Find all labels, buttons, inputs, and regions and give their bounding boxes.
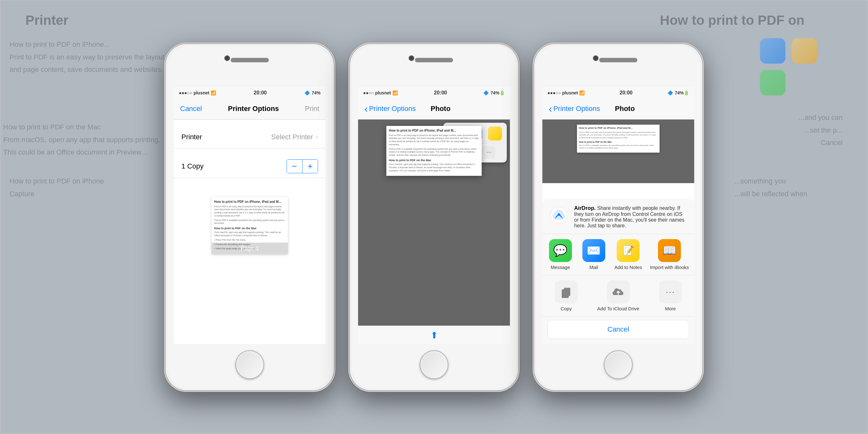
- phone1-home-button[interactable]: [236, 350, 264, 379]
- phone3-nav-bar: Printer Options Photo: [542, 98, 694, 120]
- phone3-message-label: Message: [551, 264, 570, 270]
- phone2-nav-bar: Printer Options Photo: [358, 98, 510, 120]
- phone3-home-button[interactable]: [604, 350, 632, 379]
- phone2-share-button[interactable]: ⬆: [431, 330, 438, 341]
- phone3-airdrop-title: AirDrop.: [574, 205, 596, 211]
- phone3-app-notes[interactable]: 📝 Add to Notes: [615, 239, 642, 270]
- phone3-apps-row: 💬 Message ✉️ Mail: [542, 234, 694, 276]
- phone1-camera: [224, 55, 230, 61]
- phone3-mail-icon: ✉️: [582, 239, 605, 262]
- phone3-actions-row: Copy Add To iCloud Drive: [542, 276, 694, 317]
- phone3-message-icon: 💬: [549, 239, 572, 262]
- phone1-status-right: 🔷 74%: [304, 90, 320, 95]
- phone3-airdrop-section: AirDrop. Share instantly with people nea…: [542, 199, 694, 234]
- phone3-battery: 74%🔋: [675, 90, 689, 95]
- phone2-mini-notes: [488, 126, 502, 141]
- phone3-back-button[interactable]: Printer Options: [549, 104, 600, 114]
- phone3-time: 20:00: [620, 90, 632, 96]
- phone3-airdrop-info: AirDrop. Share instantly with people nea…: [549, 205, 688, 229]
- phone1-copy-section: 1 Copy − +: [174, 155, 326, 178]
- phone3-mail-label: Mail: [589, 264, 598, 270]
- phone3-share-sheet: AirDrop. Share instantly with people nea…: [542, 199, 694, 344]
- phone3-airdrop-text-block: AirDrop. Share instantly with people nea…: [574, 205, 688, 229]
- phone2-battery: 74%🔋: [491, 90, 505, 95]
- phone2-status-bar: ●●○○ plusnet 📶 20:00 🔷 74%🔋: [358, 87, 510, 98]
- phone3-ibooks-label: Import with iBooks: [650, 264, 689, 270]
- phone2-nav-title: Photo: [431, 105, 451, 113]
- phone3-airdrop-logo: [549, 205, 569, 225]
- phone3-bt-icon: 🔷: [668, 90, 673, 95]
- phone3-copy-label: Copy: [560, 306, 571, 311]
- phone3-ibooks-icon: 📖: [658, 239, 681, 262]
- phone1-printer-row[interactable]: Printer Select Printer: [174, 126, 326, 148]
- svg-rect-4: [562, 290, 568, 298]
- phone1-time: 20:00: [254, 90, 267, 96]
- phone3-action-more[interactable]: ··· More: [659, 281, 682, 311]
- phone1-page-number: Page 1: [241, 245, 259, 252]
- phone1-minus-button[interactable]: −: [287, 160, 302, 173]
- phone1-printer-label: Printer: [181, 133, 202, 141]
- phone2-status-left: ●●○○ plusnet 📶: [363, 90, 398, 95]
- phone2-camera: [409, 55, 414, 61]
- phone1-nav-title: Printer Options: [228, 105, 279, 113]
- phone2-doc-title: How to print to PDF on iPhone, iPad and …: [389, 128, 479, 133]
- phone1-printer-section: Printer Select Printer: [174, 126, 326, 148]
- phone2-speaker: [415, 58, 453, 62]
- phone3-notes-label: Add to Notes: [615, 264, 642, 270]
- phone3-photo-bg: How to print to PDF on iPhone, iPad and …: [542, 120, 694, 183]
- phones-container: ●●●○○ plusnet 📶 20:00 🔷 74% Cancel Print…: [0, 0, 868, 434]
- phone2-doc-p1: Print to PDF is an easy way to preserve …: [389, 134, 479, 146]
- phone3-notes-icon: 📝: [617, 239, 640, 262]
- phone3-action-icloud[interactable]: Add To iCloud Drive: [597, 281, 639, 311]
- phone1-bt-icon: 🔷: [304, 90, 310, 95]
- phone1-nav-bar: Cancel Printer Options Print: [174, 98, 326, 120]
- phone2-home-button[interactable]: [420, 350, 448, 379]
- phone3-action-copy[interactable]: Copy: [555, 281, 578, 311]
- phone2-bottom-toolbar: ⬆: [358, 325, 510, 344]
- phone3-carrier: ●●●○○ plusnet: [548, 90, 578, 95]
- phone2-doc-content: How to print to PDF on iPhone, iPad and …: [386, 126, 482, 176]
- phone3-icloud-label: Add To iCloud Drive: [597, 306, 639, 311]
- phone3-app-ibooks[interactable]: 📖 Import with iBooks: [650, 239, 689, 270]
- phone3-more-icon: ···: [659, 281, 682, 303]
- phone3-camera: [593, 55, 598, 61]
- phone1-print-button[interactable]: Print: [305, 105, 319, 113]
- phone2-status-right: 🔷 74%🔋: [483, 90, 505, 95]
- phone3-doc-bg-preview: How to print to PDF on iPhone, iPad and …: [577, 125, 659, 153]
- phone1-wifi-icon: 📶: [211, 90, 216, 95]
- phone1-preview-area: How to print to PDF on iPhone, iPad and …: [174, 187, 326, 264]
- phone1-plus-button[interactable]: +: [303, 160, 318, 173]
- phone2-doc-p3: From macOS, open any app that supports p…: [389, 163, 479, 172]
- phone3-nav-title: Photo: [615, 105, 635, 113]
- phone3-status-bar: ●●●○○ plusnet 📶 20:00 🔷 74%🔋: [542, 87, 694, 98]
- phone1-carrier: ●●●○○ plusnet: [179, 90, 209, 95]
- phone2-time: 20:00: [434, 90, 447, 96]
- phone2-photo-area: How to print to PDF on iPhone, iPad and …: [358, 120, 510, 325]
- phone1-status-bar: ●●●○○ plusnet 📶 20:00 🔷 74%: [174, 87, 326, 98]
- phone3-more-label: More: [665, 306, 676, 311]
- phone2-mini-more: ···: [483, 146, 495, 158]
- phone1-cancel-button[interactable]: Cancel: [180, 105, 202, 113]
- phone3-speaker: [599, 58, 637, 62]
- phone3-copy-icon: [555, 281, 578, 303]
- phone3-wifi-icon: 📶: [579, 90, 585, 95]
- phone1-speaker: [231, 58, 269, 62]
- phone1-copy-row: 1 Copy − +: [174, 155, 326, 178]
- phone2-screen: ●●○○ plusnet 📶 20:00 🔷 74%🔋 Printer Opti…: [358, 87, 510, 344]
- phone3-icloud-icon: [607, 281, 630, 303]
- phone-1: ●●●○○ plusnet 📶 20:00 🔷 74% Cancel Print…: [164, 42, 336, 392]
- phone-2: ●●○○ plusnet 📶 20:00 🔷 74%🔋 Printer Opti…: [348, 42, 520, 392]
- phone2-doc-preview: How to print to PDF on iPhone, iPad and …: [386, 126, 482, 176]
- phone3-cancel-button[interactable]: Cancel: [548, 320, 689, 339]
- phone1-screen: ●●●○○ plusnet 📶 20:00 🔷 74% Cancel Print…: [174, 87, 326, 344]
- phone1-battery: 74%: [312, 90, 320, 95]
- phone1-page-preview: How to print to PDF on iPhone, iPad and …: [212, 197, 288, 254]
- phone2-carrier: ●●○○ plusnet: [363, 90, 391, 95]
- phone3-app-message[interactable]: 💬 Message: [548, 239, 573, 270]
- phone2-back-button[interactable]: Printer Options: [365, 104, 415, 114]
- phone3-status-right: 🔷 74%🔋: [668, 90, 689, 95]
- phone3-screen: ●●●○○ plusnet 📶 20:00 🔷 74%🔋 Printer Opt…: [542, 87, 694, 344]
- phone3-app-mail[interactable]: ✉️ Mail: [581, 239, 607, 270]
- phone2-doc-h2: How to print to PDF on the Mac: [389, 158, 479, 162]
- phone3-status-left: ●●●○○ plusnet 📶: [548, 90, 585, 95]
